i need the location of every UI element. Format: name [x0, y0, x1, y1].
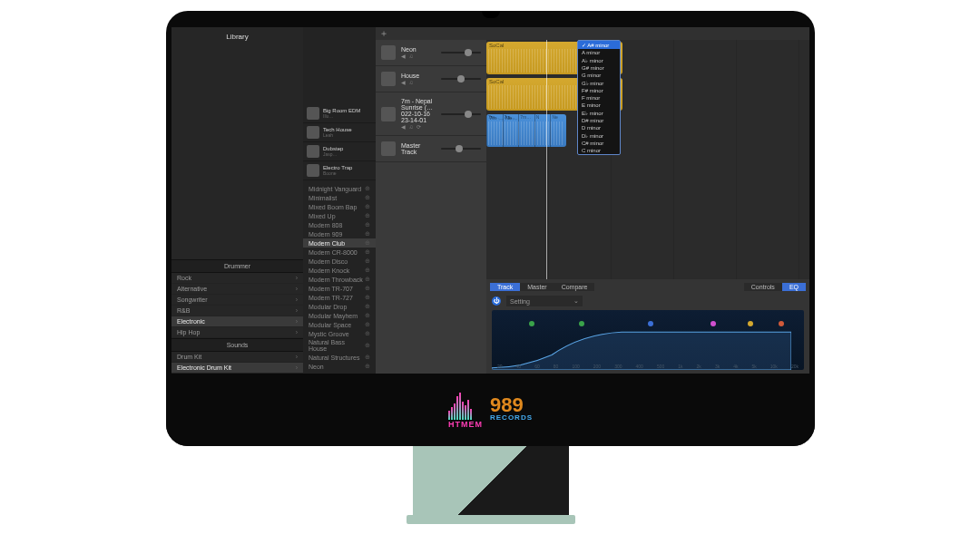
sound-preset[interactable]: Modern 909⊕: [303, 229, 376, 238]
htmem-logo-icon: [448, 391, 483, 420]
sound-preset[interactable]: Modern TR-707⊕: [303, 284, 376, 293]
chevron-down-icon: ⌄: [573, 297, 579, 305]
eq-tick: 400: [636, 364, 643, 369]
key-option[interactable]: D# minor: [578, 117, 620, 124]
power-button[interactable]: ⏻: [492, 296, 501, 306]
sound-preset[interactable]: Modern Disco⊕: [303, 257, 376, 266]
sound-preset[interactable]: Natural Bass House⊕: [303, 338, 376, 353]
monitor-stand-base: [407, 515, 575, 524]
category-songwriter[interactable]: Songwriter›: [172, 295, 303, 306]
setting-selector[interactable]: Setting ⌄: [506, 296, 583, 306]
key-option[interactable]: C minor: [578, 147, 620, 154]
library-panel: Library Drummer Rock›Alternative›Songwri…: [172, 27, 303, 374]
sound-preset[interactable]: Minimalist⊕: [303, 193, 376, 202]
inspector-tab-master[interactable]: Master: [520, 283, 554, 291]
timeline[interactable]: ✓ A# minorA minorA♭ minorG# minorG minor…: [486, 40, 809, 279]
eq-tick: 20k: [791, 364, 799, 369]
category-electronic[interactable]: Electronic›: [172, 316, 303, 327]
sound-preset[interactable]: Modular Space⊕: [303, 320, 376, 329]
eq-tick: 500: [657, 364, 664, 369]
inspector-tab-compare[interactable]: Compare: [554, 283, 595, 291]
drummer-item[interactable]: DubstepJasp…: [303, 142, 376, 161]
eq-tick: 3k: [715, 364, 720, 369]
drummer-section-header: Drummer: [172, 259, 303, 273]
imac-monitor: Library Drummer Rock›Alternative›Songwri…: [166, 11, 815, 446]
key-option[interactable]: A minor: [578, 49, 620, 56]
drummer-item[interactable]: Tech HouseLeah: [303, 123, 376, 142]
key-option[interactable]: C# minor: [578, 140, 620, 147]
drummer-item[interactable]: Electro TrapBoone: [303, 161, 376, 180]
key-option[interactable]: E♭ minor: [578, 109, 620, 117]
audio-region[interactable]: 7m … Ne…7m…7m…7m…NNe: [486, 114, 566, 147]
sound-preset[interactable]: Modern TR-727⊕: [303, 293, 376, 302]
track-icon: [381, 141, 396, 156]
track-icon: [381, 72, 396, 86]
989-records-logo: 989 RECORDS: [490, 398, 533, 422]
eq-band-node[interactable]: [710, 321, 716, 326]
drummer-avatar: [307, 164, 319, 177]
arrangement-area: ✓ A# minorA minorA♭ minorG# minorG minor…: [486, 27, 809, 374]
track-header-panel: ＋ Neon◀ ♫House◀ ♫7m - Nepal Sunrise (…02…: [376, 27, 486, 374]
inspector-tab-controls[interactable]: Controls: [744, 283, 782, 291]
sound-preset[interactable]: Mystic Groove⊕: [303, 329, 376, 338]
category-r&b[interactable]: R&B›: [172, 306, 303, 316]
eq-display[interactable]: 204060801002003004005001k2k3k4k5k10k20k: [492, 310, 804, 370]
key-option[interactable]: ✓ A# minor: [578, 41, 620, 49]
sound-preset[interactable]: Modular Drop⊕: [303, 302, 376, 311]
sound-preset[interactable]: Modern CR-8000⊕: [303, 248, 376, 257]
sound-preset[interactable]: Mixed Up⊕: [303, 211, 376, 220]
sound-preset[interactable]: Modern Throwback⊕: [303, 275, 376, 284]
volume-fader[interactable]: [441, 48, 481, 57]
category-hip hop[interactable]: Hip Hop›: [172, 327, 303, 338]
volume-fader[interactable]: [441, 144, 481, 153]
timeline-ruler[interactable]: [486, 27, 809, 40]
track-header[interactable]: 7m - Nepal Sunrise (…022-10-16 23-14-01◀…: [376, 92, 486, 136]
key-option[interactable]: D♭ minor: [578, 131, 620, 140]
key-signature-menu[interactable]: ✓ A# minorA minorA♭ minorG# minorG minor…: [577, 40, 621, 155]
sound-preset[interactable]: Modern Club⊕: [303, 238, 376, 248]
key-option[interactable]: E minor: [578, 102, 620, 109]
sound-preset[interactable]: Modern 808⊕: [303, 220, 376, 229]
sound-preset[interactable]: Neon⊕: [303, 362, 376, 371]
sound-preset[interactable]: Modern Knock⊕: [303, 266, 376, 275]
inspector-tab-track[interactable]: Track: [490, 283, 520, 291]
add-track-button[interactable]: ＋: [379, 27, 388, 40]
key-option[interactable]: G♭ minor: [578, 79, 620, 87]
monitor-stand-neck: [413, 446, 569, 517]
key-option[interactable]: F# minor: [578, 87, 620, 94]
sounds-section-header: Sounds: [172, 338, 303, 352]
sound-preset[interactable]: Natural Structures⊕: [303, 353, 376, 362]
eq-tick: 80: [554, 364, 559, 369]
track-icon: [381, 107, 396, 121]
volume-fader[interactable]: [441, 74, 481, 83]
sound-preset[interactable]: Modular Mayhem⊕: [303, 311, 376, 320]
sound-category[interactable]: Electronic Drum Kit›: [172, 363, 303, 374]
category-rock[interactable]: Rock›: [172, 273, 303, 284]
track-header[interactable]: Master Track: [376, 136, 486, 162]
inspector-panel: TrackMasterCompare ControlsEQ ⏻ Setting …: [486, 279, 809, 374]
key-option[interactable]: G# minor: [578, 64, 620, 72]
eq-tick: 5k: [752, 364, 757, 369]
track-header[interactable]: Neon◀ ♫: [376, 40, 486, 66]
eq-tick: 4k: [733, 364, 738, 369]
drummer-item[interactable]: Big Room EDMIllu…: [303, 104, 376, 123]
eq-band-node[interactable]: [648, 321, 653, 326]
track-header[interactable]: House◀ ♫: [376, 66, 486, 92]
key-option[interactable]: F minor: [578, 94, 620, 102]
key-option[interactable]: G minor: [578, 72, 620, 79]
key-option[interactable]: D minor: [578, 124, 620, 131]
library-title: Library: [172, 27, 303, 46]
sound-category[interactable]: Drum Kit›: [172, 352, 303, 363]
eq-tick: 1k: [678, 364, 682, 369]
volume-fader[interactable]: [441, 110, 481, 119]
monitor-chin: HTMEM 989 RECORDS: [166, 374, 815, 446]
category-alternative[interactable]: Alternative›: [172, 284, 303, 295]
sound-preset[interactable]: Mixed Boom Bap⊕: [303, 202, 376, 211]
key-option[interactable]: A♭ minor: [578, 56, 620, 64]
eq-tick: 40: [516, 364, 522, 369]
playhead[interactable]: [546, 40, 547, 279]
sound-preset[interactable]: Midnight Vanguard⊕: [303, 184, 376, 193]
inspector-tab-eq[interactable]: EQ: [782, 283, 806, 291]
setting-label: Setting: [510, 298, 530, 305]
htmem-logo-text: HTMEM: [448, 420, 483, 429]
